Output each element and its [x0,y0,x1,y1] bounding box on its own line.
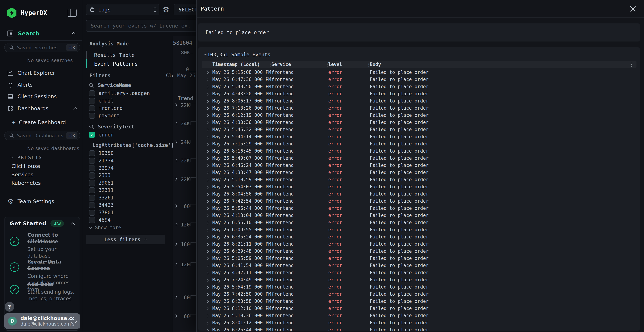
expand-row-chevron-icon[interactable] [202,327,212,330]
table-row[interactable]: May 26 8:16:45.000 PM frontend error Fai… [202,148,636,154]
pattern-row-trend[interactable]: 22K [173,157,196,164]
get-started-header[interactable]: Get Started 3/3 [10,220,75,227]
pattern-row-trend[interactable]: 120 [173,221,196,228]
expand-row-chevron-icon[interactable] [202,127,212,132]
mode-event-patterns[interactable]: Event Patterns [86,60,161,68]
chevron-up-icon[interactable] [72,32,76,36]
table-row[interactable]: May 26 5:54:19.000 PM frontend error Fai… [202,283,636,290]
expand-row-chevron-icon[interactable] [202,306,212,311]
table-row[interactable]: May 26 4:30:36.000 PM frontend error Fai… [202,119,636,126]
table-row[interactable]: May 26 6:56:10.000 PM frontend error Fai… [202,219,636,226]
search-icon[interactable] [89,83,94,88]
table-row[interactable]: May 26 6:46:24.000 PM frontend error Fai… [202,162,636,169]
help-button[interactable]: ? [5,302,14,312]
filter-option[interactable]: 37801 [89,209,164,216]
preset-clickhouse[interactable]: ClickHouse [12,163,40,169]
expand-row-chevron-icon[interactable] [202,105,212,111]
table-row[interactable]: May 26 4:42:11.000 PM frontend error Fai… [202,269,636,276]
checkbox[interactable] [89,187,95,193]
expand-row-chevron-icon[interactable] [202,141,212,146]
table-row[interactable]: May 26 8:23:58.000 PM frontend error Fai… [202,298,636,305]
table-row[interactable]: May 26 8:01:12.000 PM frontend error Fai… [202,319,636,326]
table-row[interactable]: May 26 5:05:59.000 PM frontend error Fai… [202,255,636,262]
checkbox[interactable] [89,90,95,96]
expand-row-chevron-icon[interactable] [202,313,212,318]
column-timestamp[interactable]: Timestamp (Local) [212,62,271,67]
table-row[interactable]: May 26 6:25:44.000 PM frontend error Fai… [202,326,636,330]
sidebar-item-alerts[interactable]: Alerts [7,81,78,89]
filter-option[interactable]: 32311 [89,186,164,194]
pattern-row-trend[interactable]: 60 [173,294,196,301]
presets-toggle[interactable]: PRESETS [11,155,42,160]
filter-option[interactable]: 2333 [89,172,164,179]
expand-row-chevron-icon[interactable] [202,70,212,75]
expand-row-chevron-icon[interactable] [202,84,212,89]
table-row[interactable]: May 26 5:10:36.000 PM frontend error Fai… [202,312,636,319]
table-row[interactable]: May 26 8:21:11.000 PM frontend error Fai… [202,240,636,248]
checkbox[interactable] [89,217,95,223]
mode-results-table[interactable]: Results Table [86,50,161,60]
expand-row-chevron-icon[interactable] [202,256,212,261]
filter-option[interactable]: 33261 [89,194,164,202]
get-started-item[interactable]: ✓ Add Data Start sending logs, metrics, … [10,281,76,302]
expand-row-chevron-icon[interactable] [202,292,212,297]
expand-row-chevron-icon[interactable] [202,263,212,268]
expand-row-chevron-icon[interactable] [202,227,212,232]
expand-row-chevron-icon[interactable] [202,98,212,104]
pattern-row-trend[interactable]: 22K [173,176,196,183]
column-level[interactable]: level [328,62,370,67]
expand-row-chevron-icon[interactable] [202,248,212,254]
sidebar-item-dashboards[interactable]: Dashboards [7,104,78,112]
table-options-kebab-icon[interactable]: ⋮ [629,62,636,68]
filter-option[interactable]: 19350 [89,150,164,157]
saved-searches-input[interactable]: Saved Searches ⌘K [4,43,80,52]
filter-option[interactable]: artillery-loadgen [89,90,164,97]
table-row[interactable]: May 26 4:38:47.000 PM frontend error Fai… [202,169,636,176]
show-more-link[interactable]: Show more [90,225,121,230]
expand-row-chevron-icon[interactable] [202,277,212,282]
expand-row-chevron-icon[interactable] [202,298,212,304]
user-account-chip[interactable]: D dale@clickhouse.com dale@clickhouse.co… [4,314,80,329]
filter-option[interactable]: 29081 [89,179,164,186]
table-row[interactable]: May 26 8:04:56.000 PM frontend error Fai… [202,190,636,198]
expand-row-chevron-icon[interactable] [202,120,212,125]
search-icon[interactable] [89,124,94,130]
table-row[interactable]: May 26 4:13:04.000 PM frontend error Fai… [202,212,636,219]
pattern-row-trend[interactable]: 60 [173,313,196,320]
table-row[interactable]: May 26 6:29:48.000 PM frontend error Fai… [202,248,636,255]
preset-services[interactable]: Services [12,172,33,178]
sidebar-item-client-sessions[interactable]: Client Sessions [7,92,78,100]
expand-row-chevron-icon[interactable] [202,162,212,168]
column-resize-handle[interactable]: ⋮ [366,62,371,67]
expand-row-chevron-icon[interactable] [202,320,212,326]
table-row[interactable]: May 26 5:10:59.000 PM frontend error Fai… [202,176,636,183]
saved-dashboards-input[interactable]: Saved Dashboards ⌘K [4,131,80,140]
table-row[interactable]: May 26 5:15:08.000 PM frontend error Fai… [202,69,636,76]
logo[interactable]: HyperDX [7,8,76,18]
table-row[interactable]: May 26 5:48:50.000 PM frontend error Fai… [202,83,636,90]
expand-row-chevron-icon[interactable] [202,198,212,204]
sidebar-item-chart-explorer[interactable]: Chart Explorer [7,69,78,77]
expand-row-chevron-icon[interactable] [202,148,212,154]
pattern-row-trend[interactable]: 24K [173,120,196,127]
table-row[interactable]: May 26 7:24:49.000 PM frontend error Fai… [202,276,636,283]
table-row[interactable]: May 26 6:35:24.000 PM frontend error Fai… [202,233,636,240]
expand-row-chevron-icon[interactable] [202,220,212,225]
table-row[interactable]: May 26 5:49:07.000 PM frontend error Fai… [202,154,636,162]
expand-row-chevron-icon[interactable] [202,241,212,247]
filter-option[interactable]: email [89,97,164,104]
table-row[interactable]: May 26 7:13:26.000 PM frontend error Fai… [202,104,636,112]
checkbox[interactable] [89,150,95,156]
collapse-sidebar-icon[interactable] [68,8,76,17]
table-row[interactable]: May 26 5:54:03.000 PM frontend error Fai… [202,183,636,190]
table-row[interactable]: May 26 7:42:54.000 PM frontend error Fai… [202,198,636,205]
expand-row-chevron-icon[interactable] [202,170,212,175]
table-row[interactable]: May 26 5:44:14.000 PM frontend error Fai… [202,133,636,140]
source-select[interactable]: Logs [86,4,160,15]
checkbox[interactable] [89,98,95,104]
table-row[interactable]: May 26 5:45:32.000 PM frontend error Fai… [202,126,636,133]
expand-row-chevron-icon[interactable] [202,156,212,161]
filter-option[interactable]: payment [89,112,164,119]
expand-row-chevron-icon[interactable] [202,91,212,96]
preset-kubernetes[interactable]: Kubernetes [12,180,41,186]
